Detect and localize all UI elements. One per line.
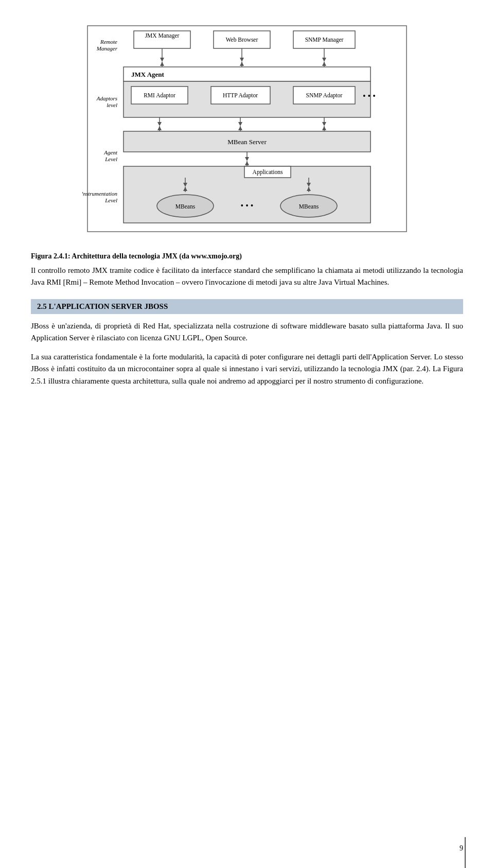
page-number: 9 [460,844,463,853]
diagram-container: Remote Manager Adaptors level Agent Leve… [31,21,463,237]
paragraph-3: La sua caratteristica fondamentale è la … [31,351,463,387]
svg-text:level: level [107,102,117,108]
svg-text:Agent: Agent [103,149,118,155]
jmx-architecture-diagram: Remote Manager Adaptors level Agent Leve… [82,21,412,237]
svg-text:HTTP Adaptor: HTTP Adaptor [223,92,258,99]
svg-text:MBeans: MBeans [175,203,196,210]
paragraph-2: JBoss è un'azienda, di proprietà di Red … [31,320,463,344]
svg-text:• • •: • • • [241,201,254,210]
svg-text:Remote: Remote [100,39,117,45]
svg-text:Applications: Applications [253,169,283,176]
paragraph-1: Il controllo remoto JMX tramite codice è… [31,265,463,289]
svg-text:SNMP Manager: SNMP Manager [305,37,344,43]
page-border-line [465,837,466,868]
figure-caption: Figura 2.4.1: Architettura della tecnolo… [31,252,463,261]
svg-text:JMX Agent: JMX Agent [131,71,165,78]
section-heading: 2.5 L'APPLICATION SERVER JBOSS [31,299,463,314]
svg-text:Level: Level [104,156,117,162]
svg-text:MBeans: MBeans [299,203,319,210]
svg-text:MBean Server: MBean Server [227,138,267,146]
svg-text:Web Browser: Web Browser [226,37,258,43]
svg-text:RMI Adaptor: RMI Adaptor [144,92,175,99]
svg-text:Instrumentation: Instrumentation [82,190,117,197]
svg-text:JMX Manager: JMX Manager [145,32,180,39]
svg-text:Adaptors: Adaptors [96,95,117,101]
svg-text:SNMP Adaptor: SNMP Adaptor [306,92,343,99]
svg-text:Manager: Manager [96,45,118,51]
svg-text:• • •: • • • [363,92,376,100]
svg-text:Level: Level [104,197,117,203]
